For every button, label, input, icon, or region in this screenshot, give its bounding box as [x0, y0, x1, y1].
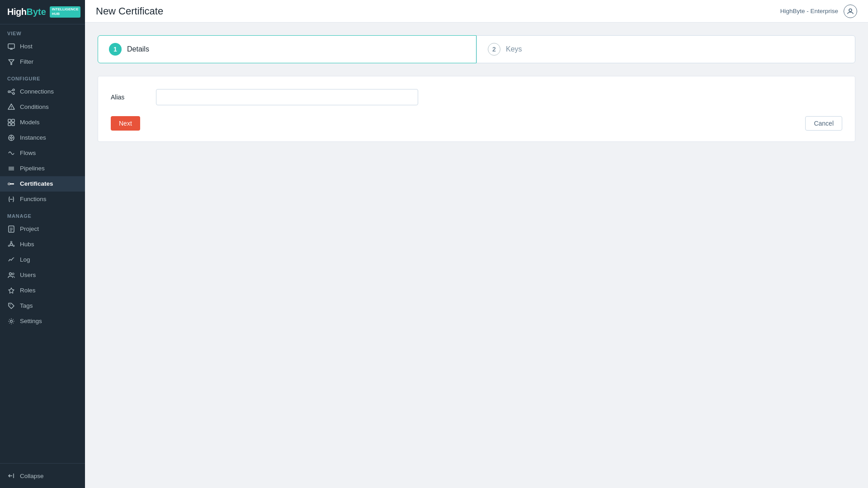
svg-rect-26 — [8, 183, 10, 185]
sidebar-item-host-label: Host — [20, 43, 33, 50]
models-icon — [7, 118, 15, 127]
cancel-button[interactable]: Cancel — [805, 116, 842, 131]
sidebar-item-settings-label: Settings — [20, 318, 42, 324]
instances-icon — [7, 134, 15, 142]
topbar: New Certificate HighByte - Enterprise — [85, 0, 868, 23]
svg-point-5 — [13, 89, 14, 91]
svg-rect-0 — [8, 44, 14, 48]
sidebar-item-instances-label: Instances — [20, 134, 46, 141]
flows-icon — [7, 149, 15, 157]
sidebar-item-connections[interactable]: Connections — [0, 84, 85, 99]
hubs-icon — [7, 240, 15, 249]
settings-icon — [7, 317, 15, 325]
svg-rect-13 — [12, 119, 14, 122]
svg-point-40 — [12, 273, 14, 275]
svg-rect-14 — [8, 123, 11, 126]
collapse-button[interactable]: Collapse — [0, 468, 85, 483]
content-area: 1 Details 2 Keys Alias Next Cancel — [85, 23, 868, 488]
sidebar-item-hubs[interactable]: Hubs — [0, 237, 85, 252]
functions-icon — [7, 195, 15, 203]
sidebar-item-certificates-label: Certificates — [20, 180, 53, 187]
svg-rect-12 — [8, 119, 11, 122]
step-2-label: Keys — [506, 45, 522, 53]
alias-row: Alias — [111, 89, 842, 105]
svg-line-7 — [10, 90, 13, 91]
form-actions: Next Cancel — [111, 116, 842, 131]
sidebar-item-connections-label: Connections — [20, 88, 54, 95]
step-1-label: Details — [127, 45, 149, 53]
svg-line-8 — [10, 92, 13, 93]
conditions-icon — [7, 103, 15, 111]
svg-point-34 — [13, 245, 14, 246]
sidebar-item-instances[interactable]: Instances — [0, 130, 85, 145]
sidebar-item-certificates[interactable]: Certificates — [0, 176, 85, 192]
sidebar-item-users[interactable]: Users — [0, 267, 85, 283]
host-icon — [7, 42, 15, 51]
alias-input[interactable] — [156, 89, 418, 105]
pipelines-icon — [7, 164, 15, 173]
users-icon — [7, 271, 15, 279]
wizard-step-2[interactable]: 2 Keys — [476, 35, 855, 63]
next-button[interactable]: Next — [111, 116, 140, 131]
sidebar-item-log-label: Log — [20, 256, 30, 263]
sidebar-item-project-label: Project — [20, 225, 39, 232]
wizard-step-1[interactable]: 1 Details — [98, 35, 476, 63]
svg-point-33 — [11, 241, 12, 243]
svg-point-45 — [849, 9, 852, 11]
sidebar-item-project[interactable]: Project — [0, 221, 85, 237]
collapse-label: Collapse — [20, 473, 44, 479]
sidebar-item-conditions[interactable]: Conditions — [0, 99, 85, 115]
alias-label: Alias — [111, 94, 147, 101]
svg-point-35 — [8, 245, 9, 246]
sidebar-item-roles[interactable]: Roles — [0, 283, 85, 298]
sidebar-item-settings[interactable]: Settings — [0, 314, 85, 329]
svg-point-42 — [10, 320, 13, 322]
view-section-label: VIEW — [0, 24, 85, 39]
svg-point-17 — [10, 137, 12, 139]
tags-icon — [7, 302, 15, 310]
roles-icon — [7, 286, 15, 295]
sidebar-item-tags[interactable]: Tags — [0, 298, 85, 314]
sidebar-item-pipelines-label: Pipelines — [20, 165, 45, 172]
connections-icon — [7, 88, 15, 96]
logo-area: HighByte IntelligenceHub — [0, 0, 85, 24]
sidebar-item-hubs-label: Hubs — [20, 241, 34, 248]
sidebar-item-filter[interactable]: Filter — [0, 54, 85, 70]
sidebar: HighByte IntelligenceHub VIEW Host Filte… — [0, 0, 85, 488]
sidebar-item-functions[interactable]: Functions — [0, 192, 85, 207]
filter-icon — [7, 58, 15, 66]
logo-highbyte: HighByte — [7, 7, 46, 17]
svg-point-32 — [10, 243, 13, 245]
logo-badge: IntelligenceHub — [50, 6, 81, 18]
sidebar-item-models[interactable]: Models — [0, 115, 85, 130]
step-1-number: 1 — [109, 43, 122, 56]
sidebar-item-pipelines[interactable]: Pipelines — [0, 161, 85, 176]
log-icon — [7, 256, 15, 264]
svg-point-41 — [10, 304, 11, 305]
sidebar-item-tags-label: Tags — [20, 302, 33, 309]
page-title: New Certificate — [96, 5, 163, 17]
sidebar-item-flows[interactable]: Flows — [0, 145, 85, 161]
svg-point-6 — [13, 93, 14, 94]
form-section: Alias Next Cancel — [98, 76, 855, 142]
topbar-right: HighByte - Enterprise — [780, 5, 857, 18]
sidebar-item-functions-label: Functions — [20, 196, 47, 202]
wizard-steps: 1 Details 2 Keys — [98, 35, 855, 63]
svg-point-39 — [9, 272, 12, 275]
sidebar-item-conditions-label: Conditions — [20, 103, 49, 110]
collapse-icon — [7, 472, 15, 480]
svg-point-11 — [11, 108, 12, 109]
step-2-number: 2 — [488, 43, 500, 56]
sidebar-item-roles-label: Roles — [20, 287, 36, 294]
sidebar-item-filter-label: Filter — [20, 58, 33, 65]
svg-marker-3 — [9, 60, 14, 65]
project-icon — [7, 225, 15, 233]
sidebar-item-log[interactable]: Log — [0, 252, 85, 267]
sidebar-item-models-label: Models — [20, 119, 40, 126]
enterprise-label: HighByte - Enterprise — [780, 8, 838, 14]
user-avatar[interactable] — [844, 5, 857, 18]
sidebar-item-host[interactable]: Host — [0, 39, 85, 54]
configure-section-label: CONFIGURE — [0, 70, 85, 84]
main-area: New Certificate HighByte - Enterprise 1 … — [85, 0, 868, 488]
certificates-icon — [7, 180, 15, 188]
